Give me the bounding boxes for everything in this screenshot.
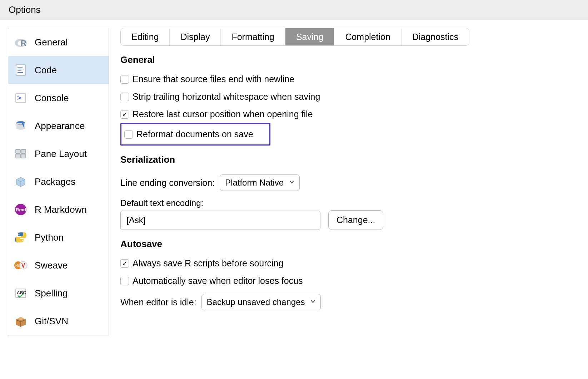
option-label: Restore last cursor position when openin… [133, 109, 313, 119]
sidebar-item-spelling[interactable]: ABC Spelling [8, 279, 109, 307]
line-ending-label: Line ending conversion: [120, 178, 215, 188]
sidebar-item-label: R Markdown [35, 204, 87, 215]
svg-rect-15 [21, 154, 26, 158]
sidebar-item-label: Code [35, 65, 57, 76]
sidebar-item-label: Spelling [35, 288, 68, 299]
svg-point-18 [18, 233, 19, 235]
window-title: Options [9, 4, 41, 15]
sidebar-item-pane-layout[interactable]: Pane Layout [8, 140, 109, 168]
sidebar-item-console[interactable]: > Console [8, 84, 109, 112]
option-label: Always save R scripts before sourcing [133, 258, 283, 269]
idle-label: When editor is idle: [120, 297, 196, 307]
chevron-down-icon [289, 179, 294, 186]
r-logo-icon: R [13, 35, 28, 50]
tab-saving[interactable]: Saving [285, 28, 334, 45]
line-ending-select[interactable]: Platform Native [220, 174, 300, 191]
code-doc-icon [13, 63, 28, 78]
sidebar-item-label: General [35, 37, 68, 48]
sidebar-item-label: Sweave [35, 260, 68, 271]
option-label: Reformat documents on save [136, 129, 253, 139]
option-save-on-blur[interactable]: Automatically save when editor loses foc… [120, 272, 588, 290]
window-titlebar: Options [0, 0, 588, 20]
tab-completion[interactable]: Completion [334, 28, 401, 45]
section-general-title: General [120, 54, 588, 65]
encoding-label: Default text encoding: [120, 198, 203, 208]
checkbox-restore-cursor[interactable] [120, 110, 129, 119]
sidebar-item-r-markdown[interactable]: Rmd R Markdown [8, 196, 109, 223]
svg-text:Rmd: Rmd [16, 207, 26, 212]
line-ending-value: Platform Native [225, 178, 284, 188]
sidebar-item-label: Appearance [35, 120, 85, 132]
option-label: Strip trailing horizontal whitespace whe… [133, 92, 320, 102]
svg-point-19 [22, 240, 23, 241]
svg-text:ABC: ABC [17, 290, 26, 295]
spellcheck-icon: ABC [13, 286, 28, 301]
svg-rect-14 [16, 154, 20, 158]
package-box-icon [13, 174, 28, 189]
tab-formatting[interactable]: Formatting [221, 28, 285, 45]
prompt-icon: > [13, 90, 28, 105]
checkbox-save-before-source[interactable] [120, 259, 129, 268]
sidebar-item-sweave[interactable]: Rnw Sweave [8, 251, 109, 279]
option-save-before-source[interactable]: Always save R scripts before sourcing [120, 255, 588, 272]
cardboard-box-icon [13, 314, 28, 329]
encoding-textbox[interactable]: [Ask] [120, 211, 320, 230]
encoding-value: [Ask] [126, 215, 145, 225]
sidebar-item-label: Console [35, 93, 69, 104]
svg-rect-3 [16, 65, 25, 75]
rmd-badge-icon: Rmd [13, 202, 28, 217]
option-end-newline[interactable]: Ensure that source files end with newlin… [120, 70, 588, 88]
checkbox-end-newline[interactable] [120, 75, 129, 84]
sidebar-item-python[interactable]: Python [8, 223, 109, 251]
svg-text:R: R [21, 39, 26, 48]
sidebar-item-label: Python [35, 232, 64, 243]
svg-rect-12 [16, 149, 20, 153]
code-options-tabs: Editing Display Formatting Saving Comple… [120, 28, 469, 46]
paint-bucket-icon [13, 118, 28, 133]
checkbox-save-on-blur[interactable] [120, 277, 129, 285]
sidebar-item-git-svn[interactable]: Git/SVN [8, 307, 109, 335]
pane-grid-icon [13, 146, 28, 161]
svg-rect-13 [21, 149, 26, 153]
option-restore-cursor[interactable]: Restore last cursor position when openin… [120, 105, 588, 123]
section-autosave-title: Autosave [120, 238, 588, 250]
tab-diagnostics[interactable]: Diagnostics [402, 28, 469, 45]
option-label: Ensure that source files end with newlin… [133, 74, 294, 84]
idle-action-select[interactable]: Backup unsaved changes [201, 294, 321, 310]
change-encoding-button[interactable]: Change... [328, 210, 383, 230]
tab-editing[interactable]: Editing [121, 28, 170, 45]
idle-value: Backup unsaved changes [207, 297, 305, 307]
svg-text:>: > [17, 93, 21, 102]
options-sidebar: R General Code > [8, 28, 109, 335]
option-strip-whitespace[interactable]: Strip trailing horizontal whitespace whe… [120, 88, 588, 105]
sidebar-item-label: Git/SVN [35, 316, 68, 327]
sidebar-item-packages[interactable]: Packages [8, 168, 109, 196]
tab-display[interactable]: Display [170, 28, 221, 45]
python-logo-icon [13, 230, 28, 245]
option-reformat-on-save[interactable]: Reformat documents on save [120, 123, 270, 146]
option-label: Automatically save when editor loses foc… [133, 276, 303, 286]
sidebar-item-appearance[interactable]: Appearance [8, 112, 109, 140]
checkbox-reformat-on-save[interactable] [124, 130, 133, 139]
section-serialization-title: Serialization [120, 154, 588, 165]
sidebar-item-code[interactable]: Code [8, 56, 109, 84]
sidebar-item-general[interactable]: R General [8, 28, 109, 56]
sidebar-item-label: Pane Layout [35, 148, 87, 159]
sidebar-item-label: Packages [35, 176, 75, 187]
checkbox-strip-whitespace[interactable] [120, 93, 129, 101]
sweave-icon: Rnw [13, 258, 28, 273]
chevron-down-icon [310, 299, 315, 305]
